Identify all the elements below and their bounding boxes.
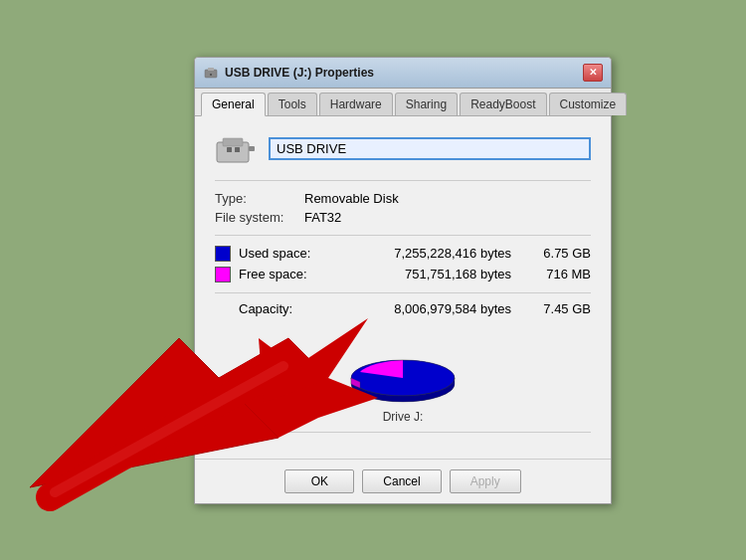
svg-rect-10	[249, 146, 255, 151]
capacity-gb: 7.45 GB	[531, 301, 591, 316]
drive-header	[215, 132, 591, 166]
used-space-row: Used space: 7,255,228,416 bytes 6.75 GB	[215, 246, 591, 262]
apply-button[interactable]: Apply	[450, 469, 521, 493]
used-gb: 6.75 GB	[531, 246, 591, 261]
tab-bar: General Tools Hardware Sharing ReadyBoos…	[195, 89, 611, 116]
free-space-row: Free space: 751,751,168 bytes 716 MB	[215, 267, 591, 282]
chart-drive-label: Drive J:	[383, 410, 424, 424]
type-row: Type: Removable Disk	[215, 191, 591, 206]
used-label: Used space:	[239, 246, 328, 261]
title-buttons: ✕	[583, 64, 603, 82]
svg-rect-12	[235, 147, 240, 152]
svg-rect-9	[223, 138, 243, 146]
drive-name-input[interactable]	[269, 137, 591, 160]
free-bytes: 751,751,168 bytes	[328, 267, 531, 281]
capacity-label: Capacity:	[215, 301, 304, 316]
free-label: Free space:	[239, 267, 328, 281]
used-bytes: 7,255,228,416 bytes	[328, 246, 531, 261]
chart-section: Drive J:	[215, 326, 591, 433]
ok-button[interactable]: OK	[284, 469, 354, 493]
window-title: USB DRIVE (J:) Properties	[225, 66, 374, 80]
drive-icon	[215, 132, 257, 166]
filesystem-label: File system:	[215, 210, 304, 225]
svg-rect-6	[208, 68, 214, 71]
content-area: Type: Removable Disk File system: FAT32 …	[195, 116, 611, 459]
cancel-button[interactable]: Cancel	[362, 469, 441, 493]
properties-section: Type: Removable Disk File system: FAT32	[215, 180, 591, 225]
capacity-bytes: 8,006,979,584 bytes	[304, 301, 531, 316]
capacity-section: Capacity: 8,006,979,584 bytes 7.45 GB	[215, 292, 591, 316]
title-bar: USB DRIVE (J:) Properties ✕	[195, 58, 611, 89]
filesystem-value: FAT32	[304, 210, 341, 225]
free-color-box	[215, 267, 231, 282]
free-gb: 716 MB	[531, 267, 591, 281]
tab-sharing[interactable]: Sharing	[395, 93, 458, 115]
tab-readyboost[interactable]: ReadyBoost	[460, 93, 546, 115]
svg-rect-11	[227, 147, 232, 152]
svg-rect-7	[210, 74, 212, 76]
tab-hardware[interactable]: Hardware	[319, 93, 393, 115]
used-color-box	[215, 246, 231, 262]
capacity-row: Capacity: 8,006,979,584 bytes 7.45 GB	[215, 301, 591, 316]
pie-chart	[338, 326, 467, 406]
tab-customize[interactable]: Customize	[549, 93, 628, 115]
footer: OK Cancel Apply	[195, 459, 611, 503]
type-value: Removable Disk	[304, 191, 399, 206]
close-button[interactable]: ✕	[583, 64, 603, 82]
tab-general[interactable]: General	[201, 93, 266, 116]
type-label: Type:	[215, 191, 304, 206]
space-section: Used space: 7,255,228,416 bytes 6.75 GB …	[215, 235, 591, 282]
tab-tools[interactable]: Tools	[268, 93, 317, 115]
title-icon	[203, 65, 219, 81]
filesystem-row: File system: FAT32	[215, 210, 591, 225]
